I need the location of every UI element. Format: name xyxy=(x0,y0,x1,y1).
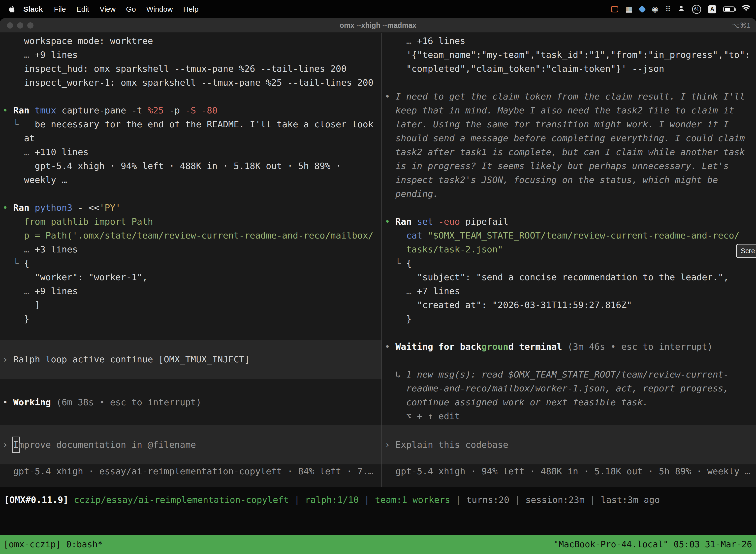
tmux-pane-right[interactable]: … +16 lines '{"team_name":"my-team","tas… xyxy=(382,33,756,487)
text-segment: 'PY' xyxy=(99,203,121,213)
tmux-pane-left[interactable]: workspace_mode: worktree … +9 lines insp… xyxy=(0,33,381,487)
text-segment: +3 lines xyxy=(35,244,78,255)
text-segment: ralph:1/10 xyxy=(305,495,359,505)
screen-mirroring-icon[interactable]: ⠿ xyxy=(665,5,671,13)
terminal-line: later. Using the same for transition mig… xyxy=(385,117,754,131)
text-segment: "created_at": "2026-03-31T11:59:27.816Z" xyxy=(385,300,632,310)
text-cursor: I xyxy=(13,438,19,452)
zoom-button[interactable] xyxy=(27,22,34,29)
minimize-button[interactable] xyxy=(17,22,23,29)
tmux-host-clock: "MacBook-Pro-44.local" 05:03 31-Mar-26 xyxy=(553,539,752,549)
text-segment: session:23m xyxy=(525,495,584,505)
input-source-letter: A xyxy=(710,6,714,13)
terminal-line: should send a message before completing … xyxy=(385,131,754,145)
battery-nub xyxy=(735,8,736,11)
text-segment: workspace_mode: worktree xyxy=(2,36,153,46)
text-segment: { xyxy=(24,258,29,268)
terminal-line: ⌥ + ↑ edit xyxy=(385,409,754,423)
text-segment: "subject": "send a concise recommendatio… xyxy=(385,272,729,282)
text-segment: python3 xyxy=(35,203,78,213)
text-segment: inspect_worker-1: omx sparkshell --tmux-… xyxy=(2,77,374,88)
text-segment: └ xyxy=(13,258,24,268)
menu-file[interactable]: File xyxy=(49,5,71,13)
text-segment: +9 lines xyxy=(35,286,78,296)
prompt-input-row[interactable]: › Explain this codebase xyxy=(382,425,756,464)
apple-menu-icon[interactable] xyxy=(6,5,17,13)
terminal-line: … +9 lines xyxy=(2,284,379,298)
text-segment: { xyxy=(406,258,412,268)
terminal-line: continue assigned work or next feasible … xyxy=(385,395,754,409)
text-segment: Explain this codebase xyxy=(395,438,508,452)
text-segment: | xyxy=(585,495,601,505)
screen-capture-overlay[interactable]: Scre xyxy=(736,244,756,258)
input-source-icon[interactable]: A xyxy=(708,5,716,13)
text-segment: +9 lines xyxy=(35,50,78,60)
text-segment: team:1 workers xyxy=(375,495,450,505)
text-segment: +7 lines xyxy=(417,286,460,296)
text-segment: p = Path('.omx/state/team/review-current… xyxy=(2,230,374,240)
terminal-line xyxy=(385,326,754,340)
menu-view[interactable]: View xyxy=(94,5,121,13)
terminal-line: task2 after task1 is complete, but can I… xyxy=(385,145,754,159)
prompt-input-row[interactable]: › Improve documentation in @filename xyxy=(0,425,381,464)
close-button[interactable] xyxy=(7,22,13,29)
terminal-line: … +3 lines xyxy=(2,242,379,257)
terminal-line: p = Path('.omx/state/team/review-current… xyxy=(2,229,379,242)
text-segment xyxy=(385,230,406,240)
text-segment: Ran xyxy=(13,105,35,115)
text-segment: 1 new msg(s): read $OMX_TEAM_STATE_ROOT/… xyxy=(406,369,729,380)
text-segment: | xyxy=(509,495,525,505)
text-segment: -euo xyxy=(439,216,465,227)
battery-fill xyxy=(725,8,730,11)
wifi-icon[interactable] xyxy=(742,5,751,14)
text-segment: | xyxy=(450,495,466,505)
text-segment: be necessary for the end of the README. … xyxy=(19,119,373,129)
menu-window[interactable]: Window xyxy=(141,5,178,13)
text-segment: '{"team_name":"my-team","task_id":"1","f… xyxy=(385,50,750,60)
menu-help[interactable]: Help xyxy=(178,5,204,13)
text-segment: continue assigned work or next feasible … xyxy=(385,397,648,407)
text-segment: | xyxy=(359,495,375,505)
menu-edit[interactable]: Edit xyxy=(71,5,94,13)
tmux-panes: workspace_mode: worktree … +9 lines insp… xyxy=(0,33,756,487)
text-segment: pipefail xyxy=(465,216,508,227)
text-segment: • xyxy=(385,216,395,227)
terminal-line: weekly … xyxy=(2,173,379,187)
text-segment: Ralph loop active continue [OMX_TMUX_INJ… xyxy=(13,352,250,366)
text-segment: is in progress? It seems likely but perh… xyxy=(385,161,729,171)
window-titlebar[interactable]: omx --xhigh --madmax ⌥⌘1 xyxy=(0,18,756,33)
traffic-lights xyxy=(7,18,34,33)
screen-recording-indicator-icon[interactable] xyxy=(611,6,618,12)
terminal-line: └ { xyxy=(2,257,379,270)
battery-icon[interactable] xyxy=(723,6,735,12)
dark-app-icon[interactable]: ◉ xyxy=(652,5,658,13)
text-segment: task2 after task1 is complete, but can I… xyxy=(385,147,745,157)
text-segment: gpt-5.4 xhigh · 94% left · 488K in · 5.1… xyxy=(385,466,750,476)
user-icon[interactable] xyxy=(678,5,685,14)
text-segment xyxy=(2,244,24,255)
terminal-line xyxy=(385,201,754,215)
text-segment: groun xyxy=(482,341,508,352)
text-segment: … xyxy=(406,36,417,46)
text-segment: • xyxy=(2,397,13,407)
menu-go[interactable]: Go xyxy=(121,5,141,13)
app-menu-slack[interactable]: Slack xyxy=(17,5,49,13)
terminal-line: • Ran python3 - <<'PY' xyxy=(2,201,379,215)
text-segment: should send a message before completing … xyxy=(385,133,745,143)
text-segment: › xyxy=(385,438,395,452)
terminal-line xyxy=(385,354,754,368)
terminal-line: "subject": "send a concise recommendatio… xyxy=(385,270,754,284)
text-segment: weekly … xyxy=(2,175,67,185)
terminal-line: is in progress? It seems likely but perh… xyxy=(385,159,754,173)
terminal-line: gpt-5.4 xhigh · 94% left · 488K in · 5.1… xyxy=(2,159,379,173)
text-segment: | xyxy=(289,495,305,505)
screen-capture-overlay-label: Scre xyxy=(741,247,755,255)
text-segment: … xyxy=(24,286,35,296)
terminal-line: } xyxy=(385,312,754,326)
battery-percent-badge[interactable]: 61 xyxy=(692,5,701,14)
text-segment: tasks/task-2.json" xyxy=(385,244,503,255)
keyboard-icon[interactable]: ▦ xyxy=(625,5,632,13)
text-segment: • xyxy=(2,105,13,115)
terminal-line: inspect_hud: omx sparkshell --tmux-pane … xyxy=(2,62,379,76)
blue-app-icon[interactable] xyxy=(638,5,646,13)
